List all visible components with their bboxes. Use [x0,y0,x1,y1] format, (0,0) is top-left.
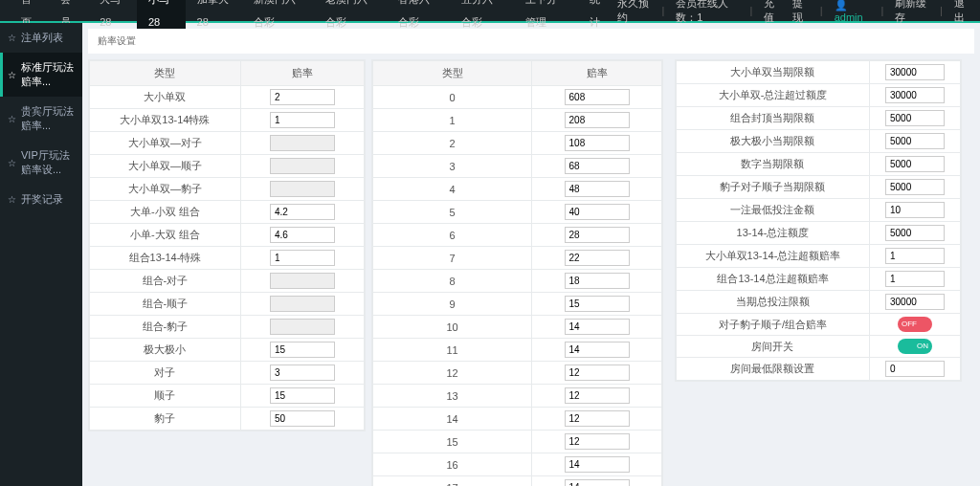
recharge-link[interactable]: 充值 [764,0,780,25]
row-label: 组合13-14总注超额赔率 [677,268,870,291]
table-row: 组合13-14总注超额赔率 [677,268,961,291]
table-row: 8 [373,270,662,293]
rate-input[interactable] [565,410,630,427]
table-row: 对子 [90,362,365,385]
col-rate: 赔率 [240,61,364,86]
table-row: 14 [373,408,662,431]
row-label: 13 [373,385,532,408]
limit-input[interactable] [885,64,945,80]
row-label: 极大极小 [90,339,241,362]
rate-input[interactable] [565,89,630,105]
sidebar: ☆注单列表☆标准厅玩法赔率...☆贵宾厅玩法赔率...☆VIP厅玩法赔率设...… [0,23,82,486]
rate-input[interactable] [565,273,630,289]
table-row: 17 [373,476,662,487]
row-label: 7 [373,247,532,270]
rate-input[interactable] [270,387,335,404]
limit-input[interactable] [885,87,945,103]
toggle-switch[interactable]: OFF [898,317,932,332]
col-type: 类型 [90,61,241,86]
rate-input[interactable] [565,296,630,312]
table-row: 组合13-14-特殊 [90,247,365,270]
rate-input[interactable] [270,112,335,128]
refresh-link[interactable]: 刷新缓存 [895,0,927,25]
row-label: 15 [373,431,532,453]
row-label: 小单-大双 组合 [90,224,241,247]
row-label: 大小单双当期限额 [677,61,870,84]
limit-input[interactable] [885,133,945,149]
limit-input[interactable] [885,156,945,172]
rate-input[interactable] [565,181,630,197]
rate-input[interactable] [270,364,335,381]
row-label: 16 [373,453,532,476]
sidebar-item[interactable]: ☆VIP厅玩法赔率设... [0,141,82,185]
rate-input[interactable] [565,433,630,450]
rate-input[interactable] [565,364,630,381]
row-label: 房间最低限额设置 [677,358,870,381]
rate-input[interactable] [565,158,630,174]
rate-input[interactable] [565,204,630,220]
sidebar-item[interactable]: ☆标准厅玩法赔率... [0,53,82,97]
rate-input[interactable] [565,479,630,486]
rate-input[interactable] [565,387,630,404]
limit-input[interactable] [885,110,945,126]
online-label: 会员在线人数：1 [676,0,738,25]
perm-link[interactable]: 永久预约 [617,0,650,25]
sidebar-item[interactable]: ☆开奖记录 [0,185,82,214]
row-label: 数字当期限额 [677,153,870,176]
breadcrumb: 赔率设置 [88,29,974,54]
row-label: 组合-豹子 [90,316,241,339]
left-panel: 类型 赔率 大小单双大小单双13-14特殊大小单双—对子大小单双—顺子大小单双—… [88,59,366,431]
row-label: 10 [373,316,532,339]
table-row: 9 [373,293,662,316]
rate-input[interactable] [270,342,335,358]
table-row: 大小单双13-14特殊 [90,109,365,132]
limit-input[interactable] [885,271,945,287]
rate-input[interactable] [270,410,335,427]
limit-input[interactable] [885,225,945,241]
row-label: 12 [373,362,532,385]
table-row: 组合-顺子 [90,293,365,316]
star-icon: ☆ [8,194,16,205]
rate-input[interactable] [565,112,630,128]
limit-input[interactable] [885,179,945,195]
rate-input[interactable] [565,342,630,358]
nav-right: 永久预约 | 会员在线人数：1 | 充值 提现 | 👤 admin | 刷新缓存… [617,0,970,25]
row-label: 对子豹子顺子/组合赔率 [677,314,870,336]
row-label: 8 [373,270,532,293]
limit-input[interactable] [885,294,945,310]
table-row: 4 [373,178,662,201]
sidebar-item[interactable]: ☆注单列表 [0,23,82,53]
logout-link[interactable]: 退出 [954,0,970,25]
table-row: 大单-小双 组合 [90,201,365,224]
rate-input[interactable] [565,319,630,335]
rate-input[interactable] [565,135,630,151]
limit-input[interactable] [885,248,945,264]
rate-input[interactable] [565,250,630,266]
row-label: 13-14-总注额度 [677,222,870,245]
table-row: 5 [373,201,662,224]
table-row: 极大极小 [90,339,365,362]
table-row: 2 [373,132,662,155]
star-icon: ☆ [8,33,16,43]
toggle-switch[interactable]: ON [898,339,932,354]
rate-input[interactable] [270,250,335,266]
admin-user[interactable]: 👤 admin [835,0,870,23]
rate-input[interactable] [270,204,335,220]
rate-input[interactable] [270,89,335,105]
table-row: 13 [373,385,662,408]
table-row: 6 [373,224,662,247]
rate-input[interactable] [565,456,630,473]
rate-input[interactable] [270,227,335,243]
table-row: 房间开关ON [677,336,961,358]
limit-input[interactable] [885,361,945,377]
row-label: 极大极小当期限额 [677,130,870,153]
sidebar-item[interactable]: ☆贵宾厅玩法赔率... [0,97,82,141]
rate-input[interactable] [565,227,630,243]
row-label: 组合13-14-特殊 [90,247,241,270]
rate-input [270,135,335,151]
limit-input[interactable] [885,202,945,218]
row-label: 组合-对子 [90,270,241,293]
withdraw-link[interactable]: 提现 [792,0,809,25]
sidebar-item-label: 开奖记录 [21,192,63,207]
rate-input [270,319,335,335]
